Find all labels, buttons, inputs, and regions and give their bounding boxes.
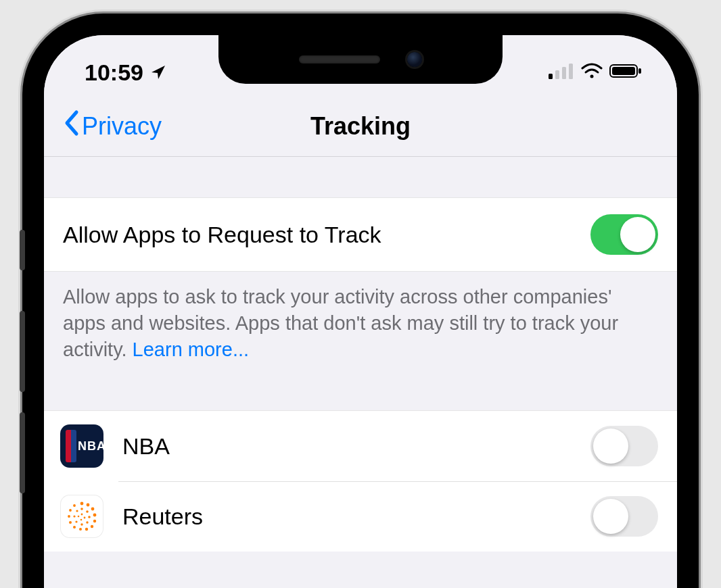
svg-point-18 [68,516,70,518]
svg-point-11 [93,514,97,517]
svg-point-22 [86,511,89,514]
svg-point-21 [80,508,83,511]
master-toggle-section: Allow Apps to Request to Track [44,197,677,272]
svg-point-8 [80,502,84,506]
page-title: Tracking [310,112,411,141]
svg-point-26 [75,521,77,523]
status-time: 10:59 [85,59,143,86]
nba-tracking-toggle[interactable] [590,426,658,466]
app-name-label: Reuters [122,504,590,530]
svg-rect-0 [549,74,553,79]
svg-rect-7 [638,68,641,74]
svg-point-28 [76,510,78,512]
svg-point-17 [69,521,72,524]
phone-frame: 10:59 [22,14,699,588]
reuters-tracking-toggle[interactable] [590,496,658,537]
screen: 10:59 [44,35,677,588]
svg-rect-1 [555,70,559,79]
svg-point-12 [93,520,96,522]
svg-point-10 [91,508,95,511]
allow-apps-to-track-label: Allow Apps to Request to Track [63,222,590,248]
section-footer-text: Allow apps to ask to track your activity… [44,272,677,383]
volume-up-button[interactable] [20,311,25,392]
learn-more-link[interactable]: Learn more... [133,339,249,360]
app-row-reuters: Reuters [44,481,677,552]
svg-point-25 [80,524,83,526]
svg-point-14 [85,528,88,531]
app-name-label: NBA [122,433,590,460]
chevron-left-icon [63,109,80,143]
svg-point-15 [79,528,82,531]
svg-point-29 [81,514,83,516]
svg-rect-2 [562,67,566,79]
mute-switch[interactable] [20,230,25,270]
svg-rect-3 [569,64,573,79]
svg-point-4 [590,75,594,78]
front-camera [407,52,422,67]
volume-down-button[interactable] [20,412,25,493]
svg-point-31 [80,519,83,521]
svg-point-9 [87,504,90,507]
svg-point-23 [88,516,91,519]
svg-rect-6 [612,67,635,75]
reuters-app-icon [60,495,103,538]
cellular-signal-icon [549,63,574,82]
nba-app-icon: NBA [60,424,103,468]
svg-point-16 [73,526,76,529]
allow-apps-to-track-toggle[interactable] [590,214,658,255]
back-button[interactable]: Privacy [63,109,162,143]
battery-icon [609,63,642,82]
svg-point-24 [86,522,88,524]
svg-point-27 [73,516,75,518]
wifi-icon [581,63,603,82]
allow-apps-to-track-row: Allow Apps to Request to Track [44,198,677,271]
svg-point-30 [84,517,86,519]
svg-point-32 [78,516,80,518]
notch [218,35,503,84]
back-label: Privacy [82,112,162,141]
content-scroll[interactable]: Allow Apps to Request to Track Allow app… [44,157,677,552]
svg-point-19 [69,510,72,512]
svg-point-20 [73,505,76,508]
earpiece-speaker [299,55,380,64]
app-list-section: NBA NBA [44,410,677,552]
svg-point-13 [91,525,93,528]
location-services-icon [150,59,166,86]
navigation-bar: Privacy Tracking [44,96,677,157]
app-row-nba: NBA NBA [44,411,677,481]
